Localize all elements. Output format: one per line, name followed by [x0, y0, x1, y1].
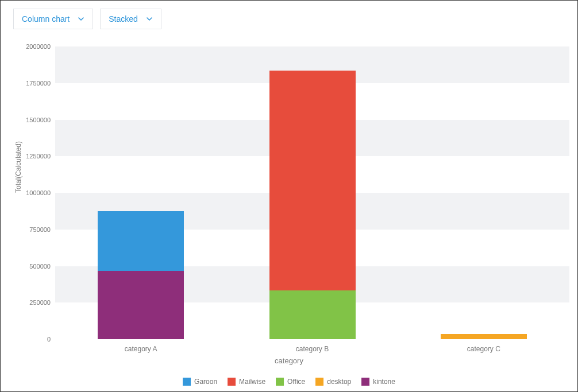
- x-tick-label: category C: [467, 345, 500, 353]
- legend-item[interactable]: Mailwise: [228, 378, 265, 386]
- bar-segment[interactable]: [269, 71, 356, 290]
- y-tick-label: 250000: [29, 299, 51, 306]
- chevron-down-icon: [78, 15, 84, 22]
- legend-label: Mailwise: [239, 378, 265, 386]
- legend-item[interactable]: kintone: [361, 378, 395, 386]
- chart-toolbar: Column chart Stacked: [13, 9, 161, 29]
- legend-label: Garoon: [194, 378, 217, 386]
- legend-item[interactable]: Garoon: [183, 378, 217, 386]
- bar-column: category B: [269, 46, 356, 339]
- y-axis-title: Total(Calculated): [14, 141, 22, 193]
- x-tick-label: category A: [125, 345, 157, 353]
- y-tick-label: 0: [47, 336, 51, 343]
- y-tick-label: 1750000: [26, 80, 51, 87]
- legend-swatch: [315, 378, 323, 386]
- legend-label: Office: [287, 378, 305, 386]
- legend-item[interactable]: desktop: [315, 378, 351, 386]
- bar-segment[interactable]: [269, 290, 356, 339]
- chart-frame: Column chart Stacked Total(Calculated) c…: [0, 0, 578, 392]
- bar-segment[interactable]: [441, 334, 527, 339]
- chart-type-label: Column chart: [22, 14, 70, 24]
- y-tick-label: 500000: [29, 263, 51, 270]
- plot-area: category Acategory Bcategory C 025000050…: [55, 46, 569, 339]
- y-tick-label: 2000000: [26, 43, 51, 50]
- y-tick-label: 750000: [29, 226, 51, 233]
- y-tick-label: 1500000: [26, 117, 51, 123]
- chevron-down-icon: [146, 15, 153, 22]
- chart-type-dropdown[interactable]: Column chart: [13, 9, 93, 29]
- bar-segment[interactable]: [98, 211, 184, 271]
- legend-swatch: [183, 378, 191, 386]
- stacking-dropdown[interactable]: Stacked: [100, 9, 161, 29]
- legend-item[interactable]: Office: [276, 378, 305, 386]
- y-tick-label: 1000000: [26, 189, 51, 196]
- bars-layer: category Acategory Bcategory C: [55, 46, 569, 339]
- bar-segment[interactable]: [98, 271, 184, 339]
- legend-label: kintone: [373, 378, 395, 386]
- stacking-label: Stacked: [109, 14, 138, 24]
- x-tick-label: category B: [296, 345, 329, 353]
- bar-column: category C: [441, 46, 527, 339]
- legend-swatch: [276, 378, 284, 386]
- legend-label: desktop: [327, 378, 351, 386]
- legend-swatch: [228, 378, 236, 386]
- legend-swatch: [361, 378, 369, 386]
- bar-column: category A: [98, 46, 184, 339]
- y-tick-label: 1250000: [26, 153, 51, 160]
- x-axis-title: category: [275, 356, 303, 365]
- chart-legend: GaroonMailwiseOfficedesktopkintone: [183, 378, 395, 386]
